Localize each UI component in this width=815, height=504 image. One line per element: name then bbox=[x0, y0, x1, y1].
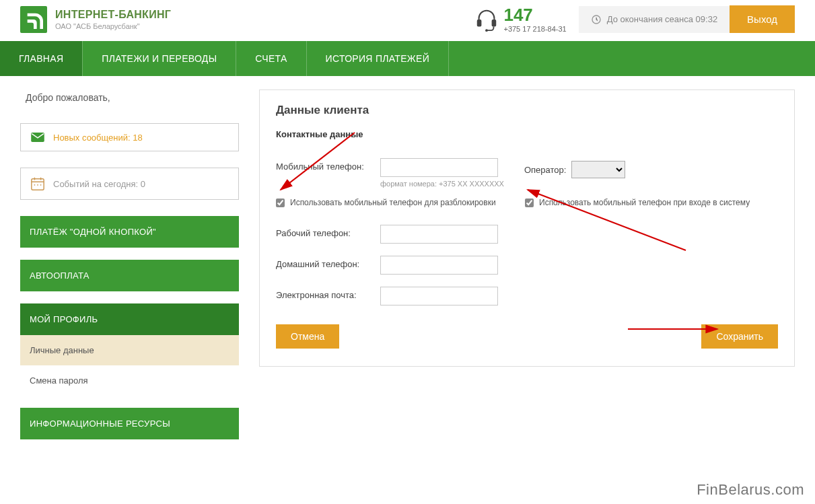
work-label: Рабочий телефон: bbox=[276, 225, 380, 238]
check-login-label: Использовать мобильный телефон при входе… bbox=[539, 197, 750, 209]
menu-resources[interactable]: ИНФОРМАЦИОННЫЕ РЕСУРСЫ bbox=[20, 408, 239, 439]
home-input[interactable] bbox=[380, 256, 498, 275]
svg-rect-0 bbox=[477, 20, 482, 26]
menu-profile[interactable]: МОЙ ПРОФИЛЬ bbox=[20, 303, 239, 335]
annotation-arrow bbox=[521, 183, 689, 257]
panel-title: Данные клиента bbox=[276, 104, 778, 117]
save-button[interactable]: Сохранить bbox=[701, 324, 778, 349]
events-box[interactable]: Событий на сегодня: 0 bbox=[20, 168, 239, 200]
mobile-input[interactable] bbox=[380, 158, 498, 177]
main-nav: ГЛАВНАЯ ПЛАТЕЖИ И ПЕРЕВОДЫ СЧЕТА ИСТОРИЯ… bbox=[0, 41, 815, 76]
logout-button[interactable]: Выход bbox=[730, 5, 795, 33]
brand-title: ИНТЕРНЕТ-БАНКИНГ bbox=[55, 9, 171, 21]
nav-payments[interactable]: ПЛАТЕЖИ И ПЕРЕВОДЫ bbox=[83, 41, 236, 76]
envelope-icon bbox=[30, 132, 45, 143]
support-short-number: 147 bbox=[503, 6, 566, 24]
svg-point-6 bbox=[34, 184, 36, 186]
calendar-icon bbox=[30, 176, 45, 191]
nav-accounts[interactable]: СЧЕТА bbox=[236, 41, 306, 76]
format-hint: формат номера: +375 XX XXXXXXX bbox=[380, 180, 504, 188]
svg-rect-5 bbox=[32, 179, 44, 190]
welcome-text: Добро пожаловать, bbox=[20, 89, 239, 123]
svg-point-8 bbox=[40, 184, 42, 186]
check-login[interactable]: Использовать мобильный телефон при входе… bbox=[525, 197, 754, 209]
brand-subtitle: ОАО "АСБ Беларусбанк" bbox=[55, 22, 171, 30]
svg-rect-1 bbox=[492, 20, 497, 26]
messages-box[interactable]: Новых сообщений: 18 bbox=[20, 123, 239, 151]
check-unblock-label: Использовать мобильный телефон для разбл… bbox=[290, 197, 496, 209]
email-input[interactable] bbox=[380, 287, 498, 305]
check-unblock[interactable]: Использовать мобильный телефон для разбл… bbox=[276, 197, 505, 209]
bank-logo bbox=[20, 6, 47, 33]
support-phone: +375 17 218-84-31 bbox=[503, 25, 566, 33]
session-timer: До окончания сеанса 09:32 bbox=[579, 6, 730, 33]
svg-point-7 bbox=[37, 184, 38, 186]
svg-rect-4 bbox=[31, 133, 44, 142]
work-input[interactable] bbox=[380, 225, 498, 244]
submenu-personal[interactable]: Личные данные bbox=[20, 335, 239, 365]
menu-one-click[interactable]: ПЛАТЁЖ "ОДНОЙ КНОПКОЙ" bbox=[20, 216, 239, 248]
cancel-button[interactable]: Отмена bbox=[276, 324, 339, 349]
clock-icon bbox=[591, 14, 602, 25]
session-label: До окончания сеанса 09:32 bbox=[607, 14, 717, 24]
home-label: Домашний телефон: bbox=[276, 256, 380, 269]
messages-label: Новых сообщений: 18 bbox=[53, 133, 143, 143]
events-label: Событий на сегодня: 0 bbox=[53, 179, 145, 189]
section-title: Контактные данные bbox=[276, 129, 778, 139]
headset-icon bbox=[474, 7, 499, 32]
support-block: 147 +375 17 218-84-31 bbox=[474, 6, 566, 33]
nav-main[interactable]: ГЛАВНАЯ bbox=[0, 41, 82, 76]
menu-autopay[interactable]: АВТООПЛАТА bbox=[20, 260, 239, 291]
svg-point-2 bbox=[486, 29, 489, 32]
nav-history[interactable]: ИСТОРИЯ ПЛАТЕЖЕЙ bbox=[307, 41, 448, 76]
email-label: Электронная почта: bbox=[276, 287, 380, 300]
operator-select[interactable] bbox=[571, 161, 625, 178]
operator-label: Оператор: bbox=[524, 165, 566, 175]
mobile-label: Мобильный телефон: bbox=[276, 158, 380, 172]
check-login-box[interactable] bbox=[525, 199, 534, 207]
check-unblock-box[interactable] bbox=[276, 199, 285, 207]
submenu-password[interactable]: Смена пароля bbox=[20, 365, 239, 396]
